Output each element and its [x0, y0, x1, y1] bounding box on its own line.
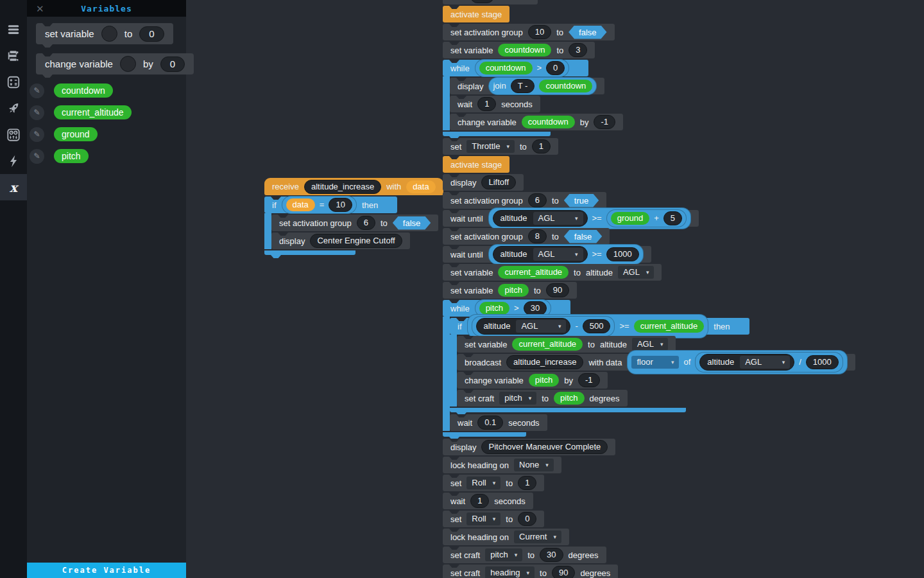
- value-pill[interactable]: 1: [532, 139, 551, 153]
- dropdown[interactable]: AGL▾: [740, 356, 790, 369]
- boolean-pill[interactable]: false: [569, 26, 606, 39]
- property-block[interactable]: altitudeAGL▾: [493, 210, 588, 227]
- value-pill[interactable]: altitude_increase: [304, 180, 381, 194]
- dropdown[interactable]: None▾: [514, 459, 554, 471]
- variable-socket[interactable]: [101, 26, 117, 42]
- script-block[interactable]: displayLiftoff: [443, 174, 524, 191]
- variable-pill[interactable]: current_altitude: [512, 338, 583, 351]
- variable-pill[interactable]: countdown: [498, 44, 551, 57]
- property-block[interactable]: altitudeAGL▾: [493, 246, 588, 263]
- expression-wrapper[interactable]: data=10: [282, 196, 357, 214]
- math-icon[interactable]: [0, 69, 27, 95]
- script-block[interactable]: wait untilaltitudeAGL▾>=ground+5: [443, 210, 699, 227]
- value-pill[interactable]: 0: [160, 57, 185, 72]
- menu-icon[interactable]: [0, 16, 27, 42]
- dropdown[interactable]: pitch▾: [499, 392, 536, 405]
- value-pill[interactable]: 10: [470, 0, 493, 3]
- script-block[interactable]: set craftpitch▾to30degrees: [443, 547, 606, 563]
- edit-variable-icon[interactable]: ✎: [30, 83, 44, 98]
- script-block[interactable]: wait0.1seconds: [450, 414, 547, 431]
- script-block[interactable]: set craftheading▾to90degrees: [443, 565, 618, 578]
- variable-pill[interactable]: ground: [611, 212, 649, 225]
- script-block[interactable]: broadcastaltitude_increasewith datafloor…: [457, 354, 855, 371]
- variable-pill[interactable]: countdown: [479, 62, 533, 74]
- dropdown[interactable]: AGL▾: [632, 338, 669, 351]
- c-block-end[interactable]: [450, 408, 686, 412]
- value-pill[interactable]: 10: [329, 198, 352, 212]
- script-block[interactable]: set activation group6tofalse: [271, 215, 438, 231]
- value-pill[interactable]: 1: [477, 97, 496, 111]
- expression-wrapper[interactable]: altitudeAGL▾>=1000: [488, 244, 644, 265]
- expression-wrapper[interactable]: countdown>0: [475, 59, 570, 77]
- script-block[interactable]: set variablecountdownto3: [443, 42, 595, 58]
- expression-wrapper[interactable]: floor▾ofaltitudeAGL▾/1000: [627, 350, 847, 374]
- value-pill[interactable]: 10: [528, 25, 551, 39]
- variable-pill[interactable]: pitch: [54, 149, 89, 163]
- dropdown[interactable]: Throttle▾: [466, 140, 515, 153]
- dropdown[interactable]: floor▾: [631, 356, 679, 369]
- value-pill[interactable]: 30: [540, 548, 563, 562]
- variable-pill[interactable]: current_altitude: [634, 320, 705, 333]
- property-block[interactable]: altitudeAGL▾: [476, 318, 571, 335]
- variable-pill[interactable]: ground: [54, 127, 98, 141]
- script-block[interactable]: lock heading onNone▾: [443, 457, 561, 473]
- value-pill[interactable]: 1: [470, 494, 489, 508]
- script-block[interactable]: displayPitchover Maneuver Complete: [443, 439, 615, 455]
- edit-variable-icon[interactable]: ✎: [30, 127, 44, 142]
- create-variable-button[interactable]: Create Variable: [27, 563, 186, 578]
- value-pill[interactable]: 0: [546, 61, 565, 75]
- boolean-pill[interactable]: false: [564, 230, 602, 243]
- parameter-pill[interactable]: data: [286, 198, 315, 211]
- expression-wrapper[interactable]: altitudeAGL▾-500>=current_altitude: [467, 314, 709, 338]
- value-pill[interactable]: 5: [663, 211, 682, 225]
- value-pill[interactable]: 90: [552, 566, 575, 578]
- property-block[interactable]: altitudeAGL▾: [699, 354, 794, 371]
- script-block[interactable]: wait1seconds: [450, 96, 540, 112]
- variable-pill[interactable]: countdown: [539, 80, 592, 92]
- rocket-icon[interactable]: [0, 95, 27, 121]
- value-pill[interactable]: 6: [357, 216, 375, 230]
- value-pill[interactable]: 30: [524, 301, 547, 315]
- value-pill[interactable]: 0.1: [477, 416, 503, 430]
- expression-wrapper[interactable]: joinT -countdown: [488, 77, 597, 95]
- blocks-icon[interactable]: [0, 42, 27, 69]
- c-block-end[interactable]: [443, 432, 526, 437]
- value-pill[interactable]: 90: [546, 283, 569, 297]
- expression-wrapper[interactable]: altitudeAGL▾/1000: [695, 352, 843, 372]
- script-block[interactable]: activate stage: [443, 156, 509, 173]
- script-block[interactable]: set variablecurrent_altitudetoaltitudeAG…: [443, 264, 662, 281]
- value-pill[interactable]: -1: [578, 373, 600, 387]
- script-block[interactable]: set activation group10tofalse: [443, 24, 615, 40]
- boolean-pill[interactable]: false: [393, 216, 431, 230]
- script-block[interactable]: lock heading onCurrent▾: [443, 529, 569, 545]
- variable-pill[interactable]: pitch: [554, 392, 584, 405]
- flyout-block[interactable]: set variableto0: [36, 23, 173, 44]
- value-pill[interactable]: 1000: [806, 355, 839, 369]
- script-block[interactable]: set variablepitchto90: [443, 282, 577, 299]
- c-block-header[interactable]: ifaltitudeAGL▾-500>=current_altitudethen: [450, 318, 749, 335]
- script-block[interactable]: change variablecountdownby-1: [450, 114, 623, 130]
- expression-wrapper[interactable]: ground+5: [606, 209, 687, 227]
- dropdown[interactable]: Current▾: [514, 530, 561, 543]
- value-pill[interactable]: 0: [139, 26, 164, 42]
- script-block[interactable]: set activation group8tofalse: [443, 228, 610, 245]
- edit-variable-icon[interactable]: ✎: [30, 105, 44, 120]
- dropdown[interactable]: AGL▾: [516, 320, 566, 333]
- script-block[interactable]: wait10seconds: [443, 0, 538, 4]
- dropdown[interactable]: pitch▾: [485, 548, 522, 561]
- dropdown[interactable]: heading▾: [485, 566, 535, 578]
- value-pill[interactable]: T -: [511, 79, 535, 93]
- value-pill[interactable]: 6: [528, 193, 547, 207]
- variables-icon[interactable]: x: [0, 174, 27, 200]
- variable-pill[interactable]: current_altitude: [498, 266, 569, 279]
- parameter-pill[interactable]: data: [406, 180, 435, 193]
- flyout-block[interactable]: change variableby0: [36, 53, 194, 74]
- script-block[interactable]: setRoll▾to1: [443, 475, 544, 491]
- variable-pill[interactable]: pitch: [529, 374, 559, 387]
- script-block[interactable]: displayCenter Engine Cutoff: [271, 232, 410, 249]
- script-block[interactable]: setThrottle▾to1: [443, 138, 558, 155]
- variable-socket[interactable]: [120, 56, 136, 72]
- script-block[interactable]: wait untilaltitudeAGL▾>=1000: [443, 246, 651, 263]
- script-block[interactable]: setRoll▾to0: [443, 511, 544, 527]
- value-pill[interactable]: 1000: [606, 247, 639, 261]
